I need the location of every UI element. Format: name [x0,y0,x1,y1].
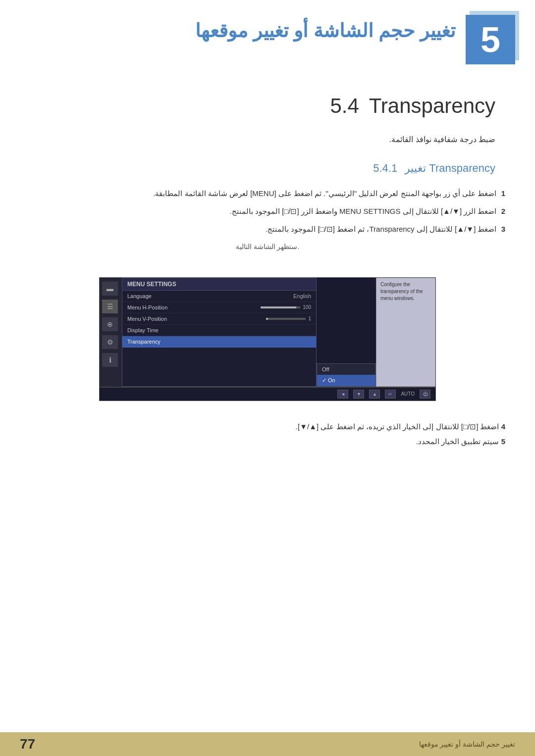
sidebar-icon-settings: ⚙ [102,335,118,349]
section-number: 5.4 [330,94,359,118]
screen-toolbar: ◄ ▼ ▲ ↵ AUTO ⏻ [100,387,435,401]
monitor-mockup: ▬ ☰ ⊕ ⚙ ℹ MENU SETTINGS Language English… [99,277,436,401]
footer-chapter-title: تغيير حجم الشاشة أو تغيير موقعها [419,740,515,748]
main-menu-panel: MENU SETTINGS Language English Menu H-Po… [122,278,317,387]
toolbar-auto-text: AUTO [401,391,415,397]
page-number: 77 [20,736,35,752]
toolbar-btn-down[interactable]: ▼ [353,390,364,399]
sidebar-icon-adjust: ⊕ [102,317,118,331]
sidebar-icon-monitor: ▬ [102,282,118,296]
tooltip-box: Configure the transparency of the menu w… [376,278,435,387]
step-2: 2 اضغط الزر [▼/▲] للانتقال إلى MENU SETT… [30,202,505,220]
screenshot-wrapper: ▬ ☰ ⊕ ⚙ ℹ MENU SETTINGS Language English… [0,267,535,411]
chapter-number: 5 [466,15,515,64]
h-position-slider: 100 [261,304,311,310]
step-3: 3 اضغط [▼/▲] للانتقال إلى Transparency، … [30,220,505,238]
step-3b: ستظهر الشاشة التالية. [30,238,505,255]
menu-item-transparency[interactable]: Transparency [122,336,316,348]
section-title: Transparency [369,94,495,118]
subsection-number: 5.4.1 [373,162,397,175]
subsection-title: تغيير Transparency [405,162,495,175]
menu-title: MENU SETTINGS [122,278,316,291]
section-header: 5.4 Transparency [0,74,535,128]
menu-item-language[interactable]: Language English [122,291,316,302]
step-1: 1 اضغط على أي زر بواجهة المنتج لعرض الدل… [30,185,505,202]
menu-mockup: ▬ ☰ ⊕ ⚙ ℹ MENU SETTINGS Language English… [100,278,435,387]
submenu-panel: Off ✓ On [317,363,376,387]
page-footer: 77 تغيير حجم الشاشة أو تغيير موقعها [0,732,535,756]
menu-item-v-position[interactable]: Menu V-Position 1 [122,313,316,325]
sidebar-icon-menu: ☰ [102,300,118,313]
toolbar-btn-enter[interactable]: ↵ [385,390,396,399]
toolbar-btn-power[interactable]: ⏻ [420,390,430,399]
toolbar-btn-left[interactable]: ◄ [337,390,348,399]
submenu-off[interactable]: Off [317,364,375,375]
step-4: 4 اضغط [⊡/□] للانتقال إلى الخيار الذي تر… [0,418,535,435]
page-spacer [0,448,535,745]
chapter-title: تغيير حجم الشاشة أو تغيير موقعها [195,20,456,42]
step-5: 5 سيتم تطبيق الخيار المحدد. [0,435,535,448]
submenu-wrapper: Off ✓ On [317,278,376,387]
arabic-description: ضبط درجة شفافية نوافذ القائمة. [0,128,535,152]
menu-item-display-time[interactable]: Display Time [122,325,316,336]
menu-item-h-position[interactable]: Menu H-Position 100 [122,302,316,313]
chapter-header: تغيير حجم الشاشة أو تغيير موقعها 5 [0,0,535,74]
sidebar-icon-info: ℹ [102,353,118,367]
steps-container: 1 اضغط على أي زر بواجهة المنتج لعرض الدل… [0,180,535,260]
v-position-slider: 1 [266,316,311,322]
subsection-header: 5.4.1 تغيير Transparency [0,152,535,180]
icon-sidebar: ▬ ☰ ⊕ ⚙ ℹ [100,278,122,387]
submenu-on[interactable]: ✓ On [317,375,375,386]
toolbar-btn-up[interactable]: ▲ [369,390,380,399]
